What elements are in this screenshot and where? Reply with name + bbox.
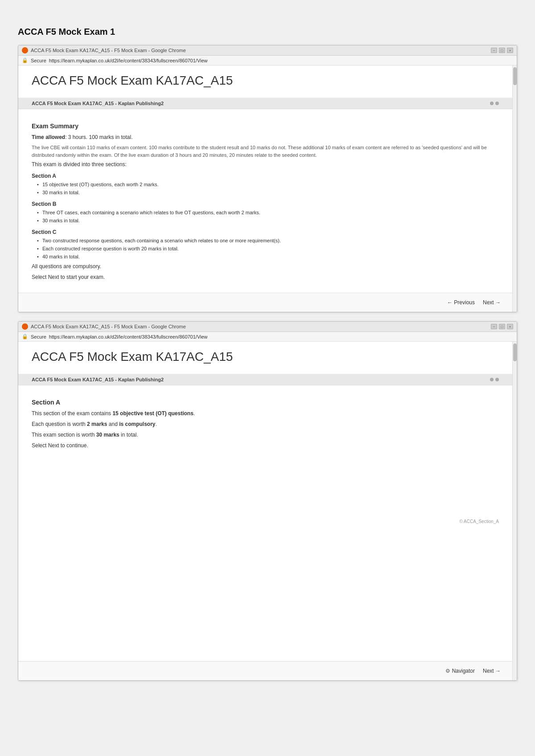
restore-button-2[interactable]: □	[499, 324, 505, 329]
section-a-line3-prefix: This exam section is worth	[32, 432, 96, 438]
browser-favicon-2	[22, 323, 28, 330]
navigator-label: Navigator	[452, 668, 475, 674]
previous-button-1[interactable]: ← Previous	[444, 298, 477, 307]
browser-url-prefix-2: Secure	[31, 334, 46, 339]
time-allowed-value: : 3 hours. 100 marks in total.	[65, 134, 132, 140]
exam-summary-heading: Exam Summary	[32, 123, 499, 130]
time-allowed-label: Time allowed	[32, 134, 65, 140]
browser-titlebar-controls-2: − □ ×	[491, 324, 513, 329]
compulsory-text: All questions are compulsory.	[32, 262, 499, 270]
section-b-item-1: Three OT cases, each containing a scenar…	[37, 209, 499, 217]
section-c-list: Two constructed response questions, each…	[32, 237, 499, 261]
exam-body-2: Section A This section of the exam conta…	[18, 385, 512, 519]
section-b-heading: Section B	[32, 201, 499, 207]
copyright-text: © ACCA_Section_A	[18, 519, 512, 524]
browser-url-prefix-1: Secure	[31, 58, 46, 63]
section-a-line2-bold: 2 marks	[87, 421, 107, 427]
section-a-line4: Select Next to continue.	[32, 441, 499, 450]
browser-titlebar-1: ACCA F5 Mock Exam KA17AC_A15 - F5 Mock E…	[18, 45, 517, 56]
exam-subtitle-icons-1	[490, 102, 499, 105]
time-allowed-text: Time allowed: 3 hours. 100 marks in tota…	[32, 133, 499, 141]
navigator-button[interactable]: ⚙ Navigator	[443, 666, 477, 676]
dot-icon-1	[490, 102, 494, 105]
browser-title-text-1: ACCA F5 Mock Exam KA17AC_A15 - F5 Mock E…	[31, 48, 186, 53]
restore-button-1[interactable]: □	[499, 48, 505, 53]
minimize-button-2[interactable]: −	[491, 324, 497, 329]
browser-title-text-2: ACCA F5 Mock Exam KA17AC_A15 - F5 Mock E…	[31, 324, 186, 329]
browser-window-2: ACCA F5 Mock Exam KA17AC_A15 - F5 Mock E…	[18, 321, 517, 681]
section-a-line2-suffix2: .	[156, 421, 157, 427]
lock-icon-1: 🔒	[22, 57, 28, 63]
section-a-line3: This exam section is worth 30 marks in t…	[32, 431, 499, 439]
lock-icon-2: 🔒	[22, 334, 28, 339]
description-text: The live CBE will contain 110 marks of e…	[32, 144, 499, 159]
page-title: ACCA F5 Mock Exam 1	[18, 27, 517, 37]
minimize-button-1[interactable]: −	[491, 48, 497, 53]
section-c-item-3: 40 marks in total.	[37, 253, 499, 261]
browser-main-content-1: ACCA F5 Mock Exam KA17AC_A15 ACCA F5 Moc…	[18, 65, 512, 312]
section-c-item-1: Two constructed response questions, each…	[37, 237, 499, 245]
section-a-line1-prefix: This section of the exam contains	[32, 410, 112, 417]
section-a-heading: Section A	[32, 173, 499, 179]
close-button-1[interactable]: ×	[507, 48, 513, 53]
section-a-line2: Each question is worth 2 marks and is co…	[32, 420, 499, 428]
browser-titlebar-left-2: ACCA F5 Mock Exam KA17AC_A15 - F5 Mock E…	[22, 323, 186, 330]
browser-content-wrapper-2: ACCA F5 Mock Exam KA17AC_A15 ACCA F5 Moc…	[18, 342, 517, 680]
next-button-2[interactable]: Next →	[480, 666, 503, 676]
exam-subtitle-bar-2: ACCA F5 Mock Exam KA17AC_A15 - Kaplan Pu…	[18, 374, 512, 385]
exam-body-1: Exam Summary Time allowed: 3 hours. 100 …	[18, 109, 512, 293]
browser-main-content-2: ACCA F5 Mock Exam KA17AC_A15 ACCA F5 Moc…	[18, 342, 512, 680]
scrollbar-1[interactable]	[512, 65, 517, 312]
browser-titlebar-left-1: ACCA F5 Mock Exam KA17AC_A15 - F5 Mock E…	[22, 47, 186, 53]
exam-subtitle-text-2: ACCA F5 Mock Exam KA17AC_A15 - Kaplan Pu…	[32, 377, 164, 382]
navigator-gear-icon: ⚙	[445, 668, 450, 674]
divided-text: This exam is divided into three sections…	[32, 160, 499, 168]
section-a-line3-suffix: in total.	[119, 432, 138, 438]
scrollbar-thumb-2[interactable]	[513, 343, 517, 361]
select-next-text: Select Next to start your exam.	[32, 273, 499, 281]
exam-header-2: ACCA F5 Mock Exam KA17AC_A15	[18, 342, 512, 374]
browser-window-1: ACCA F5 Mock Exam KA17AC_A15 - F5 Mock E…	[18, 45, 517, 312]
scrollbar-2[interactable]	[512, 342, 517, 680]
section-a-line2-bold2: is compulsory	[119, 421, 155, 427]
exam-footer-2: ⚙ Navigator Next →	[18, 661, 512, 680]
exam-header-1: ACCA F5 Mock Exam KA17AC_A15	[18, 65, 512, 98]
browser-url-2: https://learn.mykaplan.co.uk/d2l/le/cont…	[49, 334, 208, 339]
section-a-line2-prefix: Each question is worth	[32, 421, 87, 427]
exam-main-title-2: ACCA F5 Mock Exam KA17AC_A15	[32, 350, 499, 364]
section-c-item-2: Each constructed response question is wo…	[37, 245, 499, 253]
exam-footer-1: ← Previous Next →	[18, 293, 512, 312]
section-a-line1-bold: 15 objective test (OT) questions	[112, 410, 193, 417]
browser-titlebar-controls-1: − □ ×	[491, 48, 513, 53]
dot-icon-3	[490, 378, 494, 381]
exam-main-title-1: ACCA F5 Mock Exam KA17AC_A15	[32, 74, 499, 88]
exam-subtitle-bar-1: ACCA F5 Mock Exam KA17AC_A15 - Kaplan Pu…	[18, 98, 512, 109]
dot-icon-2	[495, 102, 499, 105]
section-a-line3-bold: 30 marks	[96, 432, 119, 438]
empty-space-2	[18, 527, 512, 661]
section-c-heading: Section C	[32, 229, 499, 235]
next-button-1[interactable]: Next →	[480, 298, 503, 307]
section-a-main-heading: Section A	[32, 399, 499, 406]
scrollbar-thumb-1[interactable]	[513, 67, 517, 85]
close-button-2[interactable]: ×	[507, 324, 513, 329]
section-b-item-2: 30 marks in total.	[37, 217, 499, 225]
exam-subtitle-icons-2	[490, 378, 499, 381]
section-a-list: 15 objective test (OT) questions, each w…	[32, 181, 499, 196]
section-a-item-1: 15 objective test (OT) questions, each w…	[37, 181, 499, 189]
section-a-line1-suffix: .	[193, 410, 195, 417]
browser-addressbar-2: 🔒 Secure https://learn.mykaplan.co.uk/d2…	[18, 332, 517, 342]
section-b-list: Three OT cases, each containing a scenar…	[32, 209, 499, 225]
exam-subtitle-text-1: ACCA F5 Mock Exam KA17AC_A15 - Kaplan Pu…	[32, 101, 164, 106]
section-a-line1: This section of the exam contains 15 obj…	[32, 409, 499, 417]
section-a-line2-suffix: and	[107, 421, 119, 427]
section-a-item-2: 30 marks in total.	[37, 189, 499, 197]
browser-favicon-1	[22, 47, 28, 53]
browser-content-wrapper-1: ACCA F5 Mock Exam KA17AC_A15 ACCA F5 Moc…	[18, 65, 517, 312]
dot-icon-4	[495, 378, 499, 381]
browser-titlebar-2: ACCA F5 Mock Exam KA17AC_A15 - F5 Mock E…	[18, 322, 517, 332]
browser-url-1: https://learn.mykaplan.co.uk/d2l/le/cont…	[49, 58, 208, 63]
browser-addressbar-1: 🔒 Secure https://learn.mykaplan.co.uk/d2…	[18, 56, 517, 65]
